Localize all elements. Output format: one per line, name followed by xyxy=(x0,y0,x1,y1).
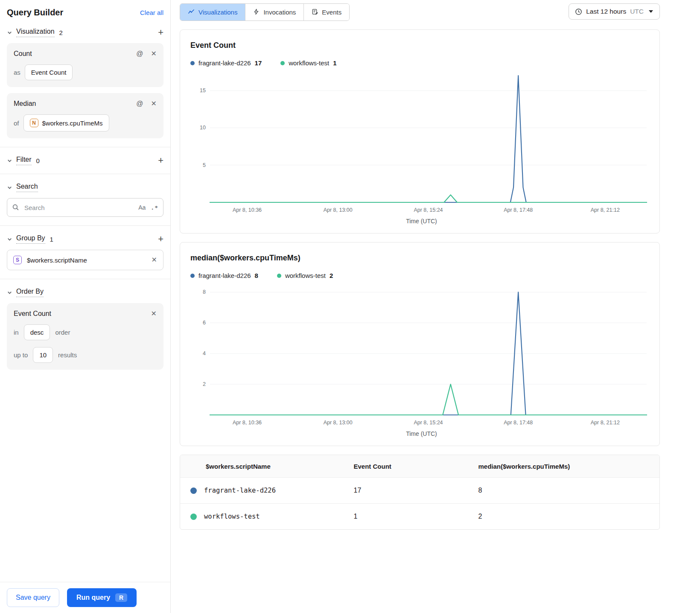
series-color-dot xyxy=(190,61,195,65)
visualization-card-title: Count xyxy=(14,50,32,58)
script-name: fragrant-lake-d226 xyxy=(204,487,276,494)
chevron-down-icon[interactable] xyxy=(7,290,12,295)
case-sensitivity-icon[interactable]: Aa xyxy=(138,204,146,211)
events-icon xyxy=(312,9,318,16)
svg-text:Apr 8, 21:12: Apr 8, 21:12 xyxy=(591,207,620,213)
add-visualization-button[interactable]: + xyxy=(158,28,163,37)
group-by-item[interactable]: S $workers.scriptName ✕ xyxy=(7,250,163,270)
event-count-value: 1 xyxy=(354,513,478,520)
result-limit-chip[interactable]: 10 xyxy=(33,347,53,363)
save-query-button[interactable]: Save query xyxy=(7,588,59,607)
series-color-dot xyxy=(280,61,285,65)
add-group-by-button[interactable]: + xyxy=(158,234,163,244)
chevron-down-icon[interactable] xyxy=(7,236,12,242)
table-row[interactable]: fragrant-lake-d226178 xyxy=(180,477,659,503)
close-icon[interactable]: ✕ xyxy=(151,50,157,57)
chart-line-icon xyxy=(188,8,195,16)
order-by-card: Event Count ✕ in desc order up to 10 res… xyxy=(7,303,163,370)
svg-text:8: 8 xyxy=(203,289,206,295)
svg-text:6: 6 xyxy=(203,320,206,326)
table-column-header: Event Count xyxy=(354,463,478,470)
field-type-number-icon: N xyxy=(30,119,38,127)
filter-section-label: Filter xyxy=(16,156,32,165)
table-column-header: $workers.scriptName xyxy=(180,463,354,470)
field-type-string-icon: S xyxy=(13,256,22,264)
close-icon[interactable]: ✕ xyxy=(151,310,157,317)
main-content: Visualizations Invocations Events Last 1… xyxy=(171,0,700,613)
as-label: as xyxy=(14,69,20,76)
tab-invocations[interactable]: Invocations xyxy=(245,4,303,20)
tab-visualizations[interactable]: Visualizations xyxy=(180,4,245,20)
sidebar-header: Query Builder Clear all xyxy=(7,8,163,18)
clear-all-button[interactable]: Clear all xyxy=(140,9,163,16)
add-filter-button[interactable]: + xyxy=(158,156,163,165)
close-icon[interactable]: ✕ xyxy=(152,257,157,263)
results-label: results xyxy=(58,351,77,359)
count-alias-chip[interactable]: Event Count xyxy=(25,64,73,80)
legend-item[interactable]: fragrant-lake-d2268 xyxy=(190,272,258,279)
legend-item[interactable]: workflows-test1 xyxy=(280,59,336,67)
divider xyxy=(0,225,170,226)
series-color-dot xyxy=(277,274,281,278)
svg-text:Apr 8, 13:00: Apr 8, 13:00 xyxy=(324,207,353,213)
event-count-chart: 51015Apr 8, 10:36Apr 8, 13:00Apr 8, 15:2… xyxy=(190,68,653,217)
tab-events[interactable]: Events xyxy=(303,4,349,20)
table-row[interactable]: workflows-test12 xyxy=(180,503,659,529)
regex-icon[interactable]: .* xyxy=(151,204,158,211)
chart-legend: fragrant-lake-d22617workflows-test1 xyxy=(190,59,653,67)
search-section-header: Search xyxy=(7,183,163,192)
event-count-value: 17 xyxy=(354,487,478,494)
order-by-section-header: Order By xyxy=(7,288,163,297)
filter-count: 0 xyxy=(36,157,40,164)
divider xyxy=(0,279,170,279)
legend-item[interactable]: fragrant-lake-d22617 xyxy=(190,59,262,67)
divider xyxy=(0,147,170,147)
svg-text:2: 2 xyxy=(203,381,206,387)
order-by-section-label: Order By xyxy=(16,288,44,297)
run-query-button[interactable]: Run query R xyxy=(67,588,137,607)
caret-down-icon xyxy=(648,10,653,13)
svg-text:4: 4 xyxy=(203,350,206,356)
median-cputime-chart-card: median($workers.cpuTimeMs) fragrant-lake… xyxy=(180,242,660,446)
event-count-chart-card: Event Count fragrant-lake-d22617workflow… xyxy=(180,29,660,234)
svg-text:Apr 8, 10:36: Apr 8, 10:36 xyxy=(233,207,262,213)
table-header-row: $workers.scriptNameEvent Countmedian($wo… xyxy=(180,455,659,477)
legend-item[interactable]: workflows-test2 xyxy=(277,272,333,279)
order-direction-chip[interactable]: desc xyxy=(24,324,50,340)
results-table: $workers.scriptNameEvent Countmedian($wo… xyxy=(180,455,660,530)
visualization-card-count: Count @ ✕ as Event Count xyxy=(7,43,163,87)
chevron-down-icon[interactable] xyxy=(7,158,12,163)
visualization-section-label: Visualization xyxy=(16,28,55,37)
of-label: of xyxy=(14,120,19,127)
chevron-down-icon[interactable] xyxy=(7,185,12,190)
at-mention-icon[interactable]: @ xyxy=(136,100,143,107)
filter-section-header: Filter 0 + xyxy=(7,156,163,165)
time-range-select[interactable]: Last 12 hours UTC xyxy=(569,3,660,20)
visualization-card-median: Median @ ✕ of N $workers.cpuTimeMs xyxy=(7,93,163,138)
svg-text:Apr 8, 15:24: Apr 8, 15:24 xyxy=(414,207,443,213)
group-by-section-label: Group By xyxy=(16,234,45,244)
chart-legend: fragrant-lake-d2268workflows-test2 xyxy=(190,272,653,279)
svg-text:Apr 8, 21:12: Apr 8, 21:12 xyxy=(591,420,620,426)
median-value: 2 xyxy=(478,513,659,520)
svg-text:5: 5 xyxy=(203,162,206,168)
at-mention-icon[interactable]: @ xyxy=(136,50,143,57)
lightning-icon xyxy=(253,9,260,16)
query-builder-app: Query Builder Clear all Visualization 2 … xyxy=(0,0,700,613)
search-icon xyxy=(12,204,19,213)
order-by-card-title: Event Count xyxy=(14,310,51,318)
divider xyxy=(0,174,170,174)
chart-title: median($workers.cpuTimeMs) xyxy=(190,254,653,263)
svg-text:10: 10 xyxy=(200,125,206,131)
median-value: 8 xyxy=(478,487,659,494)
series-color-dot xyxy=(190,514,197,520)
median-field-chip[interactable]: N $workers.cpuTimeMs xyxy=(23,114,109,131)
svg-text:15: 15 xyxy=(200,88,206,93)
search-section-label: Search xyxy=(16,183,38,192)
close-icon[interactable]: ✕ xyxy=(151,100,157,107)
series-color-dot xyxy=(190,274,195,278)
search-box: Aa .* xyxy=(7,198,163,217)
chevron-down-icon[interactable] xyxy=(7,30,12,35)
svg-text:Apr 8, 13:00: Apr 8, 13:00 xyxy=(324,420,353,426)
topbar: Visualizations Invocations Events Last 1… xyxy=(180,3,660,21)
